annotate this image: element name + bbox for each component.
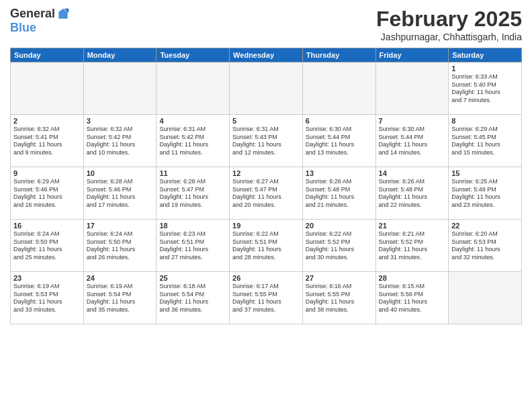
calendar-cell: 25Sunrise: 6:18 AMSunset: 5:54 PMDayligh… [157,272,230,324]
calendar-cell: 23Sunrise: 6:19 AMSunset: 5:53 PMDayligh… [11,272,84,324]
calendar-cell: 21Sunrise: 6:21 AMSunset: 5:52 PMDayligh… [375,220,449,272]
day-number: 11 [159,169,226,177]
day-info: Sunrise: 6:28 AMSunset: 5:46 PMDaylight:… [87,178,154,210]
header: General Blue February 2025 Jashpurnagar,… [10,7,522,42]
calendar-cell: 28Sunrise: 6:15 AMSunset: 5:56 PMDayligh… [375,272,449,324]
calendar-cell: 6Sunrise: 6:30 AMSunset: 5:44 PMDaylight… [302,115,375,167]
day-number: 17 [87,222,154,230]
calendar-cell [375,62,449,115]
day-info: Sunrise: 6:32 AMSunset: 5:42 PMDaylight:… [87,126,154,157]
title-block: February 2025 Jashpurnagar, Chhattisgarh… [376,7,522,42]
logo-blue: Blue [10,21,36,34]
week-row-3: 9Sunrise: 6:29 AMSunset: 5:46 PMDaylight… [11,167,522,220]
calendar-cell [157,62,230,115]
day-number: 6 [306,117,373,125]
calendar-cell: 2Sunrise: 6:32 AMSunset: 5:41 PMDaylight… [11,115,84,167]
day-info: Sunrise: 6:31 AMSunset: 5:42 PMDaylight:… [159,126,226,157]
day-number: 9 [13,169,81,177]
day-info: Sunrise: 6:30 AMSunset: 5:44 PMDaylight:… [306,126,373,157]
weekday-header-thursday: Thursday [302,48,375,62]
weekday-header-friday: Friday [375,48,449,62]
day-info: Sunrise: 6:28 AMSunset: 5:47 PMDaylight:… [159,178,226,210]
week-row-2: 2Sunrise: 6:32 AMSunset: 5:41 PMDaylight… [11,115,522,167]
day-info: Sunrise: 6:17 AMSunset: 5:55 PMDaylight:… [232,283,300,314]
day-number: 14 [379,169,446,177]
calendar-cell: 4Sunrise: 6:31 AMSunset: 5:42 PMDaylight… [157,115,230,167]
day-info: Sunrise: 6:22 AMSunset: 5:52 PMDaylight:… [306,230,373,262]
day-info: Sunrise: 6:15 AMSunset: 5:56 PMDaylight:… [379,283,446,314]
calendar-cell: 13Sunrise: 6:26 AMSunset: 5:48 PMDayligh… [302,167,375,220]
day-number: 16 [13,222,81,230]
day-info: Sunrise: 6:21 AMSunset: 5:52 PMDaylight:… [379,230,446,262]
day-info: Sunrise: 6:26 AMSunset: 5:48 PMDaylight:… [379,178,446,210]
calendar-cell [11,62,84,115]
day-info: Sunrise: 6:19 AMSunset: 5:54 PMDaylight:… [87,283,154,314]
day-info: Sunrise: 6:29 AMSunset: 5:45 PMDaylight:… [451,126,519,157]
day-number: 13 [306,169,373,177]
weekday-header-saturday: Saturday [449,48,522,62]
day-number: 18 [159,222,226,230]
day-info: Sunrise: 6:26 AMSunset: 5:48 PMDaylight:… [306,178,373,210]
logo-general: General [10,7,55,21]
day-info: Sunrise: 6:24 AMSunset: 5:50 PMDaylight:… [87,230,154,262]
day-info: Sunrise: 6:33 AMSunset: 5:40 PMDaylight:… [451,73,519,105]
day-number: 1 [451,64,519,73]
day-info: Sunrise: 6:30 AMSunset: 5:44 PMDaylight:… [379,126,446,157]
day-number: 23 [13,274,81,282]
day-number: 12 [232,169,300,177]
day-info: Sunrise: 6:31 AMSunset: 5:43 PMDaylight:… [232,126,300,157]
weekday-header-row: SundayMondayTuesdayWednesdayThursdayFrid… [11,48,522,62]
day-number: 24 [87,274,154,282]
weekday-header-monday: Monday [83,48,157,62]
calendar-cell: 17Sunrise: 6:24 AMSunset: 5:50 PMDayligh… [83,220,157,272]
calendar-cell: 15Sunrise: 6:25 AMSunset: 5:49 PMDayligh… [449,167,522,220]
day-number: 7 [379,117,446,125]
week-row-4: 16Sunrise: 6:24 AMSunset: 5:50 PMDayligh… [11,220,522,272]
day-info: Sunrise: 6:23 AMSunset: 5:51 PMDaylight:… [159,230,226,262]
calendar-cell [449,272,522,324]
day-info: Sunrise: 6:27 AMSunset: 5:47 PMDaylight:… [232,178,300,210]
day-info: Sunrise: 6:24 AMSunset: 5:50 PMDaylight:… [13,230,81,262]
location-subtitle: Jashpurnagar, Chhattisgarh, India [376,32,522,42]
calendar-cell: 26Sunrise: 6:17 AMSunset: 5:55 PMDayligh… [230,272,303,324]
day-number: 20 [306,222,373,230]
calendar-table: SundayMondayTuesdayWednesdayThursdayFrid… [10,48,522,324]
day-number: 21 [379,222,446,230]
logo: General Blue [10,7,70,35]
calendar-cell [83,62,157,115]
calendar-cell: 8Sunrise: 6:29 AMSunset: 5:45 PMDaylight… [449,115,522,167]
logo-icon [56,7,70,21]
calendar-cell [230,62,303,115]
calendar-cell: 3Sunrise: 6:32 AMSunset: 5:42 PMDaylight… [83,115,157,167]
day-number: 15 [451,169,519,177]
day-number: 26 [232,274,300,282]
day-info: Sunrise: 6:18 AMSunset: 5:54 PMDaylight:… [159,283,226,314]
month-year-title: February 2025 [376,7,522,32]
day-info: Sunrise: 6:20 AMSunset: 5:53 PMDaylight:… [451,230,519,262]
calendar-cell: 14Sunrise: 6:26 AMSunset: 5:48 PMDayligh… [375,167,449,220]
calendar-cell: 12Sunrise: 6:27 AMSunset: 5:47 PMDayligh… [230,167,303,220]
calendar-cell: 10Sunrise: 6:28 AMSunset: 5:46 PMDayligh… [83,167,157,220]
calendar-cell: 27Sunrise: 6:16 AMSunset: 5:55 PMDayligh… [302,272,375,324]
day-number: 10 [87,169,154,177]
calendar-cell: 24Sunrise: 6:19 AMSunset: 5:54 PMDayligh… [83,272,157,324]
day-number: 27 [306,274,373,282]
day-number: 2 [13,117,81,125]
day-number: 22 [451,222,519,230]
weekday-header-sunday: Sunday [11,48,84,62]
calendar-cell: 22Sunrise: 6:20 AMSunset: 5:53 PMDayligh… [449,220,522,272]
calendar-cell: 9Sunrise: 6:29 AMSunset: 5:46 PMDaylight… [11,167,84,220]
weekday-header-wednesday: Wednesday [230,48,303,62]
day-info: Sunrise: 6:19 AMSunset: 5:53 PMDaylight:… [13,283,81,314]
calendar-cell: 11Sunrise: 6:28 AMSunset: 5:47 PMDayligh… [157,167,230,220]
day-number: 25 [159,274,226,282]
calendar-cell: 5Sunrise: 6:31 AMSunset: 5:43 PMDaylight… [230,115,303,167]
calendar-cell: 16Sunrise: 6:24 AMSunset: 5:50 PMDayligh… [11,220,84,272]
day-number: 5 [232,117,300,125]
day-info: Sunrise: 6:22 AMSunset: 5:51 PMDaylight:… [232,230,300,262]
weekday-header-tuesday: Tuesday [157,48,230,62]
week-row-5: 23Sunrise: 6:19 AMSunset: 5:53 PMDayligh… [11,272,522,324]
calendar-cell: 19Sunrise: 6:22 AMSunset: 5:51 PMDayligh… [230,220,303,272]
day-info: Sunrise: 6:25 AMSunset: 5:49 PMDaylight:… [451,178,519,210]
day-info: Sunrise: 6:16 AMSunset: 5:55 PMDaylight:… [306,283,373,314]
